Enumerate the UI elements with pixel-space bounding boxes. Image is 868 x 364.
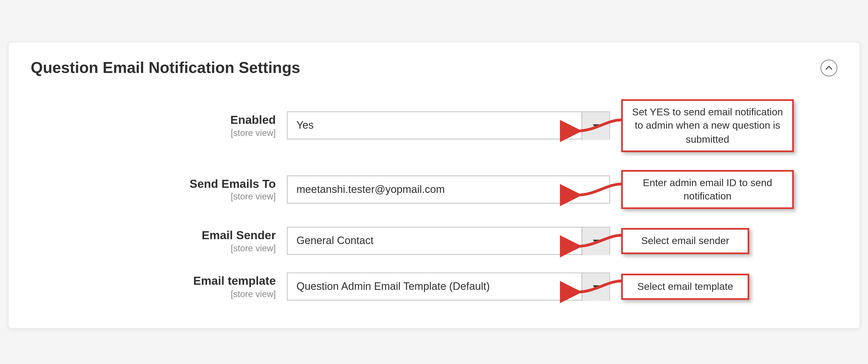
- control-col: General Contact: [287, 227, 610, 255]
- callout-col: Enter admin email ID to send notificatio…: [621, 170, 837, 209]
- callout-template: Select email template: [621, 274, 749, 300]
- scope-label: [store view]: [31, 243, 276, 254]
- sender-select[interactable]: General Contact: [287, 227, 610, 255]
- fields-container: Enabled [store view] Yes: [31, 99, 837, 301]
- callout-send-to: Enter admin email ID to send notificatio…: [621, 170, 794, 209]
- control-col: [287, 176, 610, 204]
- annotation-arrow-icon: [573, 112, 623, 140]
- label-col: Email template [store view]: [31, 274, 276, 300]
- scope-label: [store view]: [31, 127, 276, 139]
- scope-label: [store view]: [31, 191, 276, 203]
- panel-title: Question Email Notification Settings: [31, 59, 300, 77]
- control-col: Yes: [287, 112, 610, 140]
- chevron-up-icon: [826, 65, 832, 71]
- panel-header: Question Email Notification Settings: [31, 59, 837, 77]
- enabled-select[interactable]: Yes: [287, 112, 610, 140]
- callout-col: Select email sender: [621, 228, 837, 254]
- field-label: Email template: [193, 274, 276, 287]
- send-to-input[interactable]: [297, 176, 600, 203]
- annotation-arrow-icon: [573, 227, 623, 255]
- label-col: Email Sender [store view]: [31, 228, 276, 254]
- callout-enabled: Set YES to send email notification to ad…: [621, 99, 794, 152]
- field-row-enabled: Enabled [store view] Yes: [31, 99, 837, 152]
- field-row-sender: Email Sender [store view] General Contac…: [31, 227, 837, 255]
- callout-col: Set YES to send email notification to ad…: [621, 99, 837, 152]
- control-col: Question Admin Email Template (Default): [287, 273, 610, 301]
- label-col: Send Emails To [store view]: [31, 177, 276, 202]
- label-col: Enabled [store view]: [31, 113, 276, 139]
- field-label: Email Sender: [202, 229, 276, 242]
- field-label: Send Emails To: [190, 177, 276, 190]
- field-label: Enabled: [230, 114, 276, 126]
- select-value: Yes: [297, 119, 314, 132]
- callout-col: Select email template: [621, 274, 837, 300]
- annotation-arrow-icon: [573, 273, 623, 301]
- field-row-send-to: Send Emails To [store view]: [31, 170, 837, 209]
- callout-sender: Select email sender: [621, 228, 749, 254]
- select-value: Question Admin Email Template (Default): [297, 281, 490, 293]
- send-to-input-wrapper: [287, 176, 610, 204]
- annotation-arrow-icon: [573, 176, 623, 204]
- settings-panel: Question Email Notification Settings Ena…: [8, 42, 860, 329]
- field-row-template: Email template [store view] Question Adm…: [31, 273, 837, 301]
- collapse-toggle[interactable]: [820, 60, 837, 76]
- template-select[interactable]: Question Admin Email Template (Default): [287, 273, 610, 301]
- select-value: General Contact: [297, 235, 373, 247]
- scope-label: [store view]: [31, 289, 276, 300]
